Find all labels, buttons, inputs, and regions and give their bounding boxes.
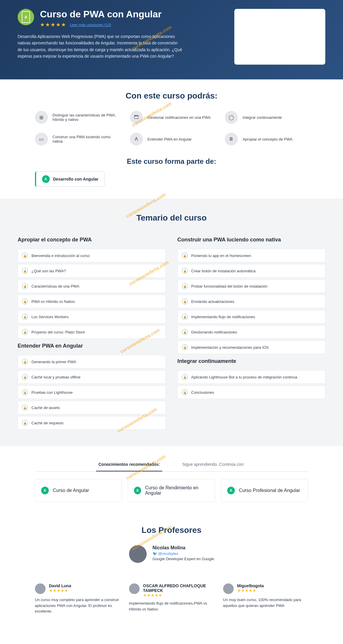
lesson-row[interactable]: 🔒Caché de assets [18, 401, 166, 414]
skills-grid: ⊞Distinguir las características de PWA, … [35, 111, 308, 146]
lesson-title: Gestionando notificaciones [191, 330, 237, 334]
hero-media-placeholder [234, 9, 325, 65]
lock-icon: 🔒 [22, 329, 28, 335]
angular-icon: A [42, 175, 50, 183]
lesson-title: Proyecto del curso: Platzi Store [31, 330, 85, 334]
lesson-title: Probar funcionalidad del botón de instal… [191, 284, 267, 288]
lesson-title: Características de una PWA [31, 284, 79, 288]
professor-handle[interactable]: @nicobytes [153, 551, 214, 556]
lock-icon: 🔒 [22, 389, 28, 395]
module-title: Entender PWA en Angular [18, 341, 166, 351]
lesson-row[interactable]: 🔒Aplicando Lighthouse Bot a tu proceso d… [178, 370, 326, 384]
skill-icon: 🗔 [130, 111, 143, 124]
review: OSCAR ALFREDO CHAFLOQUE TAMPECK★★★★★Impl… [129, 583, 214, 614]
skill-item: 🗎Apropiar el concepto de PWA [225, 133, 308, 146]
course-card[interactable]: ACurso de Angular [35, 479, 122, 502]
lesson-title: Implementación y recomendaciones para IO… [191, 345, 269, 350]
skill-text: Integrar continuamente [242, 115, 282, 120]
lesson-title: Caché de assets [31, 406, 60, 410]
course-name: Curso de Rendimiento en Angular [145, 485, 209, 496]
lock-icon: 🔒 [182, 298, 188, 304]
lock-icon: 🔒 [22, 298, 28, 304]
course-name: Curso de Angular [53, 488, 89, 493]
professor-name: Nicolas Molina [153, 545, 214, 550]
lesson-title: Caché local y pruebas offline [31, 375, 81, 379]
star-rating-icon: ★★★★★ [49, 588, 71, 593]
reviews-link[interactable]: Leer más opiniones (13) [70, 23, 111, 27]
star-rating-icon: ★★★★★ [237, 588, 264, 593]
lock-icon: 🔒 [182, 283, 188, 289]
part-of-heading: Este curso forma parte de: [35, 157, 308, 166]
tab-recommended[interactable]: Conocimientos recomendados: [96, 458, 162, 471]
lesson-row[interactable]: 🔒Los Services Workers [18, 310, 166, 323]
review-text: Implementando flujo de notificaciones,PW… [129, 600, 214, 612]
track-card[interactable]: A Desarrollo con Angular [35, 171, 105, 187]
lock-icon: 🔒 [182, 314, 188, 320]
course-card[interactable]: ACurso Profesional de Angular [221, 479, 308, 502]
lock-icon: 🔒 [22, 283, 28, 289]
lock-icon: 🔒 [22, 374, 28, 380]
lesson-title: Pruebas con Lighthouse [31, 390, 73, 395]
professor-avatar [129, 545, 147, 563]
lesson-row[interactable]: 🔒¿Qué son las PWA? [18, 264, 166, 278]
module: Integrar continuamente🔒Aplicando Lightho… [178, 356, 326, 399]
lesson-title: Implementando flujo de notificaciones [191, 315, 255, 319]
lesson-row[interactable]: 🔒Poniendo tu app en el Homescreen [178, 249, 326, 262]
lesson-row[interactable]: 🔒Gestionando notificaciones [178, 325, 326, 339]
lesson-title: PWA vs Híbrido vs Nativo [31, 299, 75, 304]
lock-icon: 🔒 [182, 374, 188, 380]
tab-continue[interactable]: Sigue aprendiendo. Continúa con: [180, 458, 247, 471]
reviewer-name: Miguelbogota [237, 583, 264, 588]
lesson-row[interactable]: 🔒Implementación y recomendaciones para I… [178, 341, 326, 354]
skill-text: Entender PWA en Angular [148, 137, 192, 141]
lesson-row[interactable]: 🔒Proyecto del curso: Platzi Store [18, 325, 166, 339]
skill-icon: A [130, 133, 143, 146]
lock-icon: 🔒 [22, 405, 28, 411]
skill-icon: 🗎 [225, 133, 238, 146]
reviewer-avatar [129, 583, 140, 594]
skill-item: ◯Integrar continuamente [225, 111, 308, 124]
course-card[interactable]: ACurso de Rendimiento en Angular [128, 479, 215, 502]
skill-item: ▭Construir una PWA luciendo como nativa [35, 133, 118, 146]
lesson-row[interactable]: 🔒Pruebas con Lighthouse [18, 386, 166, 399]
reviewer-name: OSCAR ALFREDO CHAFLOQUE TAMPECK [143, 583, 214, 593]
lesson-row[interactable]: 🔒Enviando actualizaciones [178, 295, 326, 308]
review-text: Un curso muy completo para aprender a co… [35, 597, 120, 614]
lock-icon: 🔒 [182, 329, 188, 335]
lesson-row[interactable]: 🔒Implementando flujo de notificaciones [178, 310, 326, 323]
lesson-title: Caché de requests [31, 421, 63, 425]
lesson-title: Aplicando Lighthouse Bot a tu proceso de… [191, 375, 297, 379]
course-name: Curso Profesional de Angular [239, 488, 300, 493]
reviewer-avatar [223, 583, 234, 594]
lesson-row[interactable]: 🔒Bienvenida e introducción al curso [18, 249, 166, 262]
syllabus-heading: Temario del curso [18, 213, 325, 223]
skill-icon: ◯ [225, 111, 238, 124]
module: Entender PWA en Angular🔒Generando la pri… [18, 341, 166, 430]
tabs: Conocimientos recomendados: Sigue aprend… [35, 458, 308, 472]
professor-role: Google Developer Expert en Google [153, 557, 214, 561]
lesson-row[interactable]: 🔒Características de una PWA [18, 279, 166, 293]
lock-icon: 🔒 [182, 268, 188, 274]
lesson-row[interactable]: 🔒Conclusiones [178, 386, 326, 399]
skill-item: 🗔Gestionar notificaciones en una PWA [130, 111, 213, 124]
lesson-row[interactable]: 🔒Probar funcionalidad del botón de insta… [178, 279, 326, 293]
lesson-title: Conclusiones [191, 390, 214, 395]
module-title: Apropiar el concepto de PWA [18, 234, 166, 245]
lock-icon: 🔒 [182, 253, 188, 258]
skill-text: Apropiar el concepto de PWA [242, 137, 292, 141]
lesson-row[interactable]: 🔒Caché local y pruebas offline [18, 370, 166, 384]
lesson-title: ¿Qué son las PWA? [31, 269, 66, 273]
lesson-title: Bienvenida e introducción al curso [31, 253, 90, 258]
lock-icon: 🔒 [22, 314, 28, 320]
module: Construir una PWA luciendo como nativa🔒P… [178, 234, 326, 354]
module-title: Integrar continuamente [178, 356, 326, 367]
student-reviews: David Luna★★★★★Un curso muy completo par… [17, 575, 326, 623]
lesson-row[interactable]: 🔒Caché de requests [18, 416, 166, 430]
lesson-row[interactable]: 🔒PWA vs Híbrido vs Nativo [18, 295, 166, 308]
reviewer-name: David Luna [49, 583, 71, 588]
lesson-title: Poniendo tu app en el Homescreen [191, 253, 251, 258]
lesson-row[interactable]: 🔒Crear botón de instalación automática [178, 264, 326, 278]
angular-icon: A [41, 487, 49, 494]
reviewer-avatar [35, 583, 46, 594]
lesson-row[interactable]: 🔒Generando la primer PWA [18, 355, 166, 368]
